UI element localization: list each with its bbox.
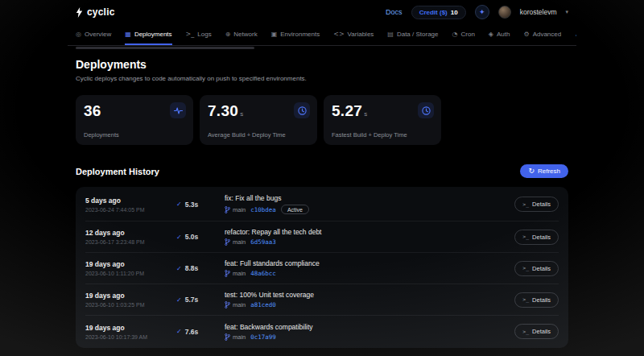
tab-variables[interactable]: <>Variables xyxy=(333,24,374,45)
stats-row: 36 Deployments 7.30 s Average Build + De… xyxy=(76,95,568,145)
timestamp: 2023-06-17 3:23:48 PM xyxy=(85,239,176,245)
commit-hash-link[interactable]: a81ced0 xyxy=(250,301,276,308)
branch-name: main xyxy=(233,270,246,277)
deployment-row: 19 days ago 2023-06-10 10:17:39 AM ✓ 7.6… xyxy=(85,316,559,347)
time-cell: 19 days ago 2023-06-10 1:11:20 PM xyxy=(85,260,176,276)
branch: main xyxy=(225,270,246,277)
stat-card-deployments: 36 Deployments xyxy=(76,95,193,145)
stat-value: 36 xyxy=(84,102,101,120)
commit-message: test: 100% Unit test coverage xyxy=(225,291,497,299)
relative-time: 5 days ago xyxy=(85,197,176,205)
commit-hash-link[interactable]: 48a6bcc xyxy=(250,270,276,277)
git-branch-icon xyxy=(225,238,230,246)
check-icon: ✓ xyxy=(176,265,182,272)
commit-cell: fix: Fix all the bugs main c10bdea Activ… xyxy=(225,194,497,214)
terminal-icon: >_ xyxy=(522,201,529,208)
docs-link[interactable]: Docs xyxy=(386,8,402,16)
tab-label: Overview xyxy=(85,31,111,38)
commit-cell: feat: Full standards compliance main 48a… xyxy=(225,259,497,277)
duration-value: 5.0s xyxy=(185,233,199,241)
page-subtitle: Cyclic deploys changes to code automatic… xyxy=(76,75,568,82)
duration-value: 5.7s xyxy=(185,296,199,304)
tab-deployments[interactable]: ▦Deployments xyxy=(125,24,171,45)
duration-value: 7.6s xyxy=(185,328,199,336)
duration-cell: ✓ 5.0s xyxy=(176,233,225,241)
tab-cron[interactable]: ◔Cron xyxy=(452,24,475,45)
tab-network[interactable]: ⊕Network xyxy=(225,24,258,45)
branch: main xyxy=(225,301,246,308)
tab-label: Environments xyxy=(280,31,320,38)
chevron-down-icon[interactable]: ▾ xyxy=(565,9,568,15)
details-button[interactable]: >_ Details xyxy=(514,197,559,212)
details-button[interactable]: >_ Details xyxy=(514,324,559,339)
duration-cell: ✓ 8.8s xyxy=(176,264,225,272)
commit-cell: refactor: Repay all the tech debt main 6… xyxy=(225,228,497,246)
details-button[interactable]: >_ Details xyxy=(514,261,559,276)
tab-environments[interactable]: ▣Environments xyxy=(271,24,320,45)
history-header: Deployment History ↻ Refresh xyxy=(76,164,568,178)
stat-value: 5.27 xyxy=(332,102,362,120)
active-badge: Active xyxy=(281,205,309,214)
commit-message: feat: Full standards compliance xyxy=(225,259,497,267)
tab-auth[interactable]: ◈Auth xyxy=(489,24,510,45)
branch-name: main xyxy=(233,206,246,213)
credit-value: 10 xyxy=(451,9,458,16)
tab-label: Logs xyxy=(197,31,211,38)
brand-name: cyclic xyxy=(87,6,115,18)
stat-label: Average Build + Deploy Time xyxy=(208,131,286,139)
person-icon: ♟ xyxy=(575,31,576,38)
branch-name: main xyxy=(233,238,246,246)
username[interactable]: korostelevm xyxy=(520,8,557,16)
page-title: Deployments xyxy=(76,58,568,71)
deployment-row: 19 days ago 2023-06-10 1:03:25 PM ✓ 5.7s… xyxy=(85,284,559,316)
top-header: cyclic Docs Credit ($) 10 ✦ korostelevm … xyxy=(68,0,576,24)
commit-hash-link[interactable]: c10bdea xyxy=(250,206,276,213)
commit-hash-link[interactable]: 0c17a99 xyxy=(250,333,276,341)
app-window: cyclic Docs Credit ($) 10 ✦ korostelevm … xyxy=(68,0,576,348)
tab-advanced[interactable]: ⚙Advanced xyxy=(523,24,561,45)
duration-value: 5.3s xyxy=(185,201,199,209)
avatar[interactable] xyxy=(498,6,511,19)
tab-logs[interactable]: >_Logs xyxy=(186,24,212,45)
deployment-row: 19 days ago 2023-06-10 1:11:20 PM ✓ 8.8s… xyxy=(85,253,559,284)
history-title: Deployment History xyxy=(76,167,159,176)
header-actions: Docs Credit ($) 10 ✦ korostelevm ▾ xyxy=(386,5,568,19)
brand-logo[interactable]: cyclic xyxy=(76,6,115,18)
tab-label: Variables xyxy=(348,31,374,38)
refresh-button[interactable]: ↻ Refresh xyxy=(520,164,568,178)
relative-time: 19 days ago xyxy=(85,324,176,332)
timestamp: 2023-06-24 7:44:05 PM xyxy=(85,207,176,213)
tab-label: Deployments xyxy=(134,31,172,38)
theme-toggle-button[interactable]: ✦ xyxy=(475,5,489,19)
branch-name: main xyxy=(233,301,246,308)
stat-unit: s xyxy=(364,110,367,118)
main-content: Deployments Cyclic deploys changes to co… xyxy=(68,58,576,348)
details-button[interactable]: >_ Details xyxy=(514,292,559,308)
branch: main xyxy=(225,333,246,341)
tab-admin-truncated[interactable]: ♟Ad xyxy=(575,24,576,45)
tab-data-storage[interactable]: ▤Data / Storage xyxy=(387,24,438,45)
nav-tabs: ◎Overview ▦Deployments >_Logs ⊕Network ▣… xyxy=(68,24,576,46)
check-icon: ✓ xyxy=(176,328,182,335)
commit-hash-link[interactable]: 6d59aa3 xyxy=(250,238,276,246)
credit-button[interactable]: Credit ($) 10 xyxy=(411,6,466,19)
time-cell: 19 days ago 2023-06-10 10:17:39 AM xyxy=(85,324,176,340)
branch-name: main xyxy=(233,333,246,341)
code-icon: <> xyxy=(333,31,344,38)
stat-label: Deployments xyxy=(84,131,119,139)
nav-scrollbar[interactable] xyxy=(76,47,254,49)
details-label: Details xyxy=(532,328,551,335)
deployment-history-list: 5 days ago 2023-06-24 7:44:05 PM ✓ 5.3s … xyxy=(76,187,568,348)
git-branch-icon xyxy=(225,206,230,213)
bolt-icon xyxy=(76,7,83,18)
deployment-row: 5 days ago 2023-06-24 7:44:05 PM ✓ 5.3s … xyxy=(85,188,559,221)
terminal-icon: >_ xyxy=(522,296,529,303)
git-branch-icon xyxy=(225,270,230,277)
stat-label: Fastest Build + Deploy Time xyxy=(332,131,407,139)
duration-cell: ✓ 7.6s xyxy=(176,328,225,336)
database-icon: ▤ xyxy=(387,31,394,38)
tab-overview[interactable]: ◎Overview xyxy=(76,24,111,45)
details-button[interactable]: >_ Details xyxy=(514,230,559,245)
refresh-label: Refresh xyxy=(538,168,560,175)
details-label: Details xyxy=(532,265,551,272)
